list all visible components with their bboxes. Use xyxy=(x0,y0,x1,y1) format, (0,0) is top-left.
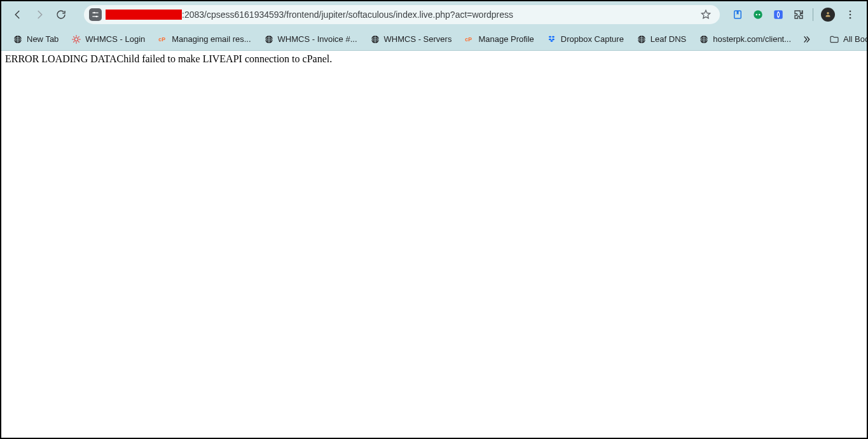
bookmark-item[interactable]: Dropbox Capture xyxy=(542,32,629,47)
globe-icon xyxy=(264,34,274,44)
bookmark-label: Dropbox Capture xyxy=(561,34,624,44)
extension-icon-1[interactable] xyxy=(731,8,744,21)
cp-icon: cP xyxy=(158,34,168,44)
page-content: ERROR LOADING DATAChild failed to make L… xyxy=(1,51,867,67)
site-info-button[interactable] xyxy=(89,8,102,21)
cp-icon: cP xyxy=(464,34,474,44)
svg-point-3 xyxy=(754,10,762,19)
bookmark-label: Managing email res... xyxy=(172,34,251,44)
svg-point-0 xyxy=(93,12,95,14)
globe-icon xyxy=(13,34,23,44)
url-redacted-host xyxy=(106,10,182,20)
svg-point-9 xyxy=(850,14,851,16)
bookmark-label: WHMCS - Invoice #... xyxy=(278,34,357,44)
globe-icon xyxy=(637,34,647,44)
svg-point-10 xyxy=(850,17,851,19)
green-circle-icon xyxy=(752,9,764,20)
reload-button[interactable] xyxy=(52,6,70,24)
bookmark-item[interactable]: hosterpk.com/client... xyxy=(694,32,796,47)
bookmark-label: New Tab xyxy=(27,34,59,44)
browser-toolbar: :2083/cpsess6161934593/frontend/jupiter/… xyxy=(1,1,867,28)
avatar-icon xyxy=(823,10,832,19)
all-bookmarks-button[interactable]: All Bookmarks xyxy=(824,32,868,47)
arrow-left-icon xyxy=(12,9,24,20)
toolbar-separator xyxy=(813,8,813,21)
svg-line-21 xyxy=(78,36,79,37)
nav-buttons xyxy=(5,6,74,24)
omnibox-actions xyxy=(698,7,713,22)
extension-icon-3[interactable] xyxy=(772,8,785,21)
bookmark-label: hosterpk.com/client... xyxy=(713,34,791,44)
star-icon xyxy=(700,9,712,20)
bookmark-item[interactable]: WHMCS - Login xyxy=(66,32,150,47)
bookmark-item[interactable]: cPManage Profile xyxy=(459,32,539,47)
bookmark-label: WHMCS - Login xyxy=(85,34,145,44)
chrome-menu-button[interactable] xyxy=(843,7,858,22)
svg-text:cP: cP xyxy=(465,36,472,43)
bookmark-label: WHMCS - Servers xyxy=(384,34,452,44)
puzzle-icon xyxy=(793,9,804,20)
bookmark-label: Manage Profile xyxy=(478,34,534,44)
svg-point-1 xyxy=(95,16,97,18)
bookmark-item[interactable]: cPManaging email res... xyxy=(153,32,256,47)
svg-point-7 xyxy=(824,11,832,19)
all-bookmarks-label: All Bookmarks xyxy=(843,34,868,44)
globe-icon xyxy=(370,34,380,44)
svg-text:cP: cP xyxy=(159,36,166,43)
svg-line-18 xyxy=(74,36,75,37)
profile-avatar[interactable] xyxy=(821,8,835,22)
svg-point-4 xyxy=(756,14,757,15)
forward-button[interactable] xyxy=(31,6,48,24)
toolbar-right xyxy=(726,7,863,22)
url-text: :2083/cpsess6161934593/frontend/jupiter/… xyxy=(182,10,698,20)
bookmark-tab-icon xyxy=(732,9,743,20)
gear-red-icon xyxy=(71,34,81,44)
svg-point-5 xyxy=(759,14,760,15)
bookmarks-bar: New TabWHMCS - LogincPManaging email res… xyxy=(1,28,867,51)
back-button[interactable] xyxy=(9,6,27,24)
error-message: ERROR LOADING DATAChild failed to make L… xyxy=(5,53,332,64)
bookmark-item[interactable]: New Tab xyxy=(8,32,64,47)
extensions-button[interactable] xyxy=(792,8,805,21)
svg-point-8 xyxy=(850,10,851,12)
bookmark-item[interactable]: WHMCS - Invoice #... xyxy=(259,32,362,47)
bookmark-star-button[interactable] xyxy=(698,7,713,22)
dots-vertical-icon xyxy=(844,9,856,20)
bookmark-label: Leaf DNS xyxy=(651,34,686,44)
chevrons-right-icon xyxy=(801,34,811,44)
address-bar[interactable]: :2083/cpsess6161934593/frontend/jupiter/… xyxy=(84,5,720,24)
arrow-right-icon xyxy=(34,9,45,20)
extension-icon-2[interactable] xyxy=(752,8,764,21)
tune-icon xyxy=(91,10,100,19)
blue-square-icon xyxy=(773,9,784,20)
globe-icon xyxy=(699,34,709,44)
bookmark-item[interactable]: Leaf DNS xyxy=(631,32,691,47)
svg-line-19 xyxy=(78,41,79,43)
svg-line-20 xyxy=(74,41,75,43)
folder-icon xyxy=(829,34,839,44)
dropbox-icon xyxy=(547,34,557,44)
svg-point-13 xyxy=(75,37,78,41)
bookmark-item[interactable]: WHMCS - Servers xyxy=(365,32,457,47)
bookmarks-overflow-button[interactable] xyxy=(801,32,811,47)
reload-icon xyxy=(55,9,67,20)
